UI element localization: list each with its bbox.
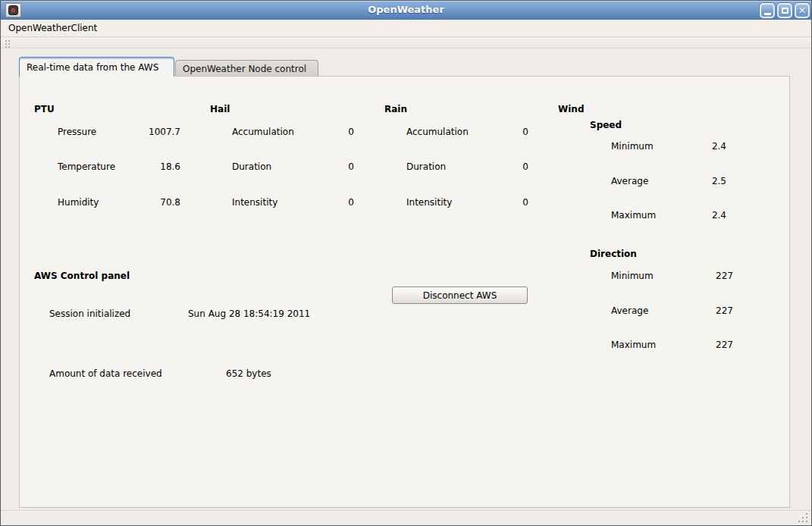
- tab-openweather-node-control[interactable]: OpenWeather Node control: [175, 60, 318, 77]
- wind-speed-maximum-label: Maximum: [611, 210, 656, 221]
- maximize-button[interactable]: [777, 3, 792, 18]
- rain-section-title: Rain: [384, 104, 407, 114]
- rain-intensity-value: 0: [467, 197, 528, 208]
- close-button[interactable]: ✕: [795, 3, 810, 18]
- ptu-humidity-label: Humidity: [58, 197, 99, 208]
- rain-accumulation-value: 0: [467, 127, 528, 137]
- toolbar-grip-icon[interactable]: [5, 40, 7, 42]
- menu-openweatherclient[interactable]: OpenWeatherClient: [1, 20, 105, 36]
- statusbar: [1, 510, 811, 526]
- wind-speed-minimum-label: Minimum: [611, 141, 654, 152]
- wind-speed-minimum-value: 2.4: [664, 141, 726, 152]
- session-initialized-label: Session initialized: [49, 308, 130, 319]
- resize-grip-icon[interactable]: [798, 521, 800, 522]
- hail-intensity-value: 0: [293, 197, 354, 208]
- hail-duration-label: Duration: [232, 161, 271, 172]
- ptu-temperature-value: 18.6: [107, 161, 180, 172]
- window-title: OpenWeather: [1, 4, 811, 15]
- rain-intensity-label: Intensitity: [406, 197, 452, 208]
- rain-duration-label: Duration: [406, 161, 446, 172]
- app-window: OpenWeather ✕ OpenWeatherClient Real-tim…: [0, 0, 812, 526]
- wind-direction-title: Direction: [590, 249, 637, 259]
- rain-duration-value: 0: [467, 161, 528, 172]
- minimize-button[interactable]: [760, 3, 775, 18]
- wind-direction-average-value: 227: [668, 305, 733, 316]
- menubar: OpenWeatherClient: [1, 20, 811, 37]
- hail-accumulation-label: Accumulation: [232, 127, 294, 137]
- data-received-value: 652 bytes: [226, 368, 271, 379]
- wind-direction-average-label: Average: [611, 305, 648, 316]
- hail-section-title: Hail: [210, 104, 230, 114]
- wind-direction-minimum-value: 227: [668, 271, 733, 281]
- data-received-label: Amount of data received: [49, 368, 162, 379]
- tab-realtime-data-aws[interactable]: Real-time data from the AWS: [19, 57, 174, 77]
- wind-direction-maximum-label: Maximum: [611, 340, 656, 350]
- hail-accumulation-value: 0: [293, 127, 354, 137]
- toolbar: [1, 38, 811, 49]
- hail-duration-value: 0: [293, 161, 354, 172]
- rain-accumulation-label: Accumulation: [406, 127, 469, 137]
- ptu-humidity-value: 70.8: [107, 197, 180, 208]
- wind-direction-minimum-label: Minimum: [611, 271, 654, 281]
- wind-direction-maximum-value: 227: [668, 340, 733, 350]
- disconnect-aws-button[interactable]: Disconnect AWS: [392, 286, 528, 304]
- ptu-section-title: PTU: [34, 104, 55, 114]
- titlebar[interactable]: OpenWeather ✕: [1, 1, 811, 20]
- aws-control-panel-title: AWS Control panel: [34, 271, 130, 281]
- close-icon: ✕: [798, 6, 806, 15]
- ptu-pressure-value: 1007.7: [107, 127, 180, 137]
- wind-speed-maximum-value: 2.4: [664, 210, 726, 221]
- wind-speed-average-label: Average: [611, 176, 648, 186]
- minimize-icon: [764, 13, 771, 15]
- hail-intensity-label: Intensitity: [232, 197, 277, 208]
- wind-speed-average-value: 2.5: [664, 176, 726, 186]
- session-initialized-value: Sun Aug 28 18:54:19 2011: [188, 308, 310, 319]
- maximize-icon: [782, 8, 788, 14]
- wind-speed-title: Speed: [590, 120, 622, 130]
- wind-section-title: Wind: [558, 104, 584, 114]
- ptu-pressure-label: Pressure: [58, 127, 96, 137]
